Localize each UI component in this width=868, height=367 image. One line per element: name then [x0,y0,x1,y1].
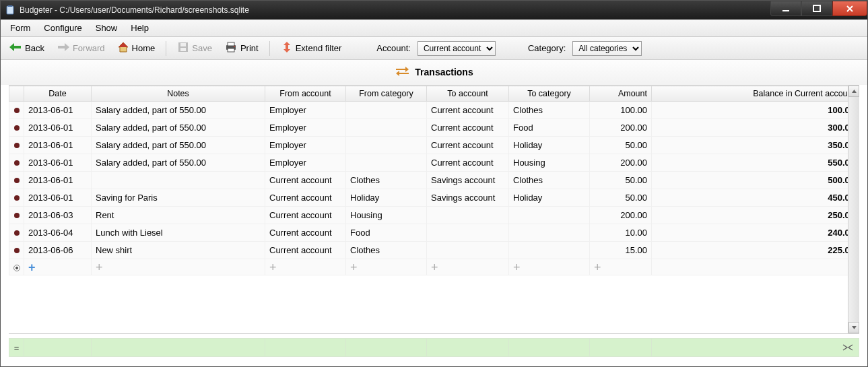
add-to-category[interactable]: + [509,259,590,275]
cell-from-category[interactable]: Clothes [346,242,427,259]
table-row[interactable]: 2013-06-03RentCurrent accountHousing200.… [9,207,859,224]
cell-balance[interactable]: 450.00 [652,189,859,207]
cell-amount[interactable]: 200.00 [590,119,652,137]
cell-to-account[interactable]: Current account [427,137,509,154]
cell-to-category[interactable]: Holiday [509,137,590,154]
cell-to-account[interactable]: Savings account [427,172,509,189]
cell-notes[interactable]: Salary added, part of 550.00 [92,102,265,119]
cell-to-account[interactable]: Current account [427,154,509,172]
cell-date[interactable]: 2013-06-01 [24,189,92,207]
cell-notes[interactable]: Rent [92,207,265,224]
cell-from-category[interactable] [346,137,427,154]
close-button[interactable] [832,1,867,16]
row-handle[interactable] [9,137,24,154]
cell-from-account[interactable]: Employer [265,102,346,119]
cell-to-category[interactable]: Holiday [509,189,590,207]
table-row[interactable]: 2013-06-01Salary added, part of 550.00Em… [9,119,859,137]
cell-balance[interactable]: 225.00 [652,242,859,259]
cell-from-category[interactable]: Food [346,224,427,242]
cell-from-category[interactable]: Housing [346,207,427,224]
maximize-button[interactable] [801,1,832,16]
cell-from-account[interactable]: Employer [265,137,346,154]
col-amount[interactable]: Amount [590,86,652,102]
cell-from-category[interactable] [346,119,427,137]
add-date[interactable]: + [24,259,92,275]
cell-notes[interactable]: Salary added, part of 550.00 [92,154,265,172]
cell-date[interactable]: 2013-06-01 [24,137,92,154]
table-row[interactable]: 2013-06-01Salary added, part of 550.00Em… [9,102,859,119]
col-to-account[interactable]: To account [427,86,509,102]
cell-to-account[interactable] [427,242,509,259]
cell-from-category[interactable] [346,154,427,172]
cell-to-account[interactable]: Current account [427,119,509,137]
cell-balance[interactable]: 550.00 [652,154,859,172]
menu-show[interactable]: Show [89,20,125,36]
vertical-scrollbar[interactable] [848,86,859,333]
cell-to-category[interactable]: Housing [509,154,590,172]
cell-to-category[interactable]: Food [509,119,590,137]
account-select[interactable]: Current account [418,41,496,56]
add-from-category[interactable]: + [346,259,427,275]
extend-filter-button[interactable]: Extend filter [278,40,345,57]
cell-amount[interactable]: 50.00 [590,172,652,189]
cell-date[interactable]: 2013-06-01 [24,119,92,137]
cell-notes[interactable]: Salary added, part of 550.00 [92,119,265,137]
cell-date[interactable]: 2013-06-06 [24,242,92,259]
table-row[interactable]: 2013-06-01Saving for ParisCurrent accoun… [9,189,859,207]
table-row[interactable]: 2013-06-04Lunch with LieselCurrent accou… [9,224,859,242]
cell-notes[interactable]: Salary added, part of 550.00 [92,137,265,154]
cell-balance[interactable]: 240.00 [652,224,859,242]
add-row[interactable]: +++++++ [9,259,859,275]
cell-to-account[interactable] [427,224,509,242]
cell-balance[interactable]: 350.00 [652,137,859,154]
cell-date[interactable]: 2013-06-04 [24,224,92,242]
cell-to-account[interactable] [427,207,509,224]
back-button[interactable]: Back [6,41,47,55]
col-balance[interactable]: Balance in Current account [652,86,859,102]
cell-amount[interactable]: 50.00 [590,189,652,207]
cell-date[interactable]: 2013-06-01 [24,154,92,172]
table-row[interactable]: 2013-06-06New shirtCurrent accountClothe… [9,242,859,259]
forward-button[interactable]: Forward [54,41,108,55]
cell-from-account[interactable]: Current account [265,242,346,259]
cell-from-account[interactable]: Current account [265,224,346,242]
table-row[interactable]: 2013-06-01Salary added, part of 550.00Em… [9,154,859,172]
cell-notes[interactable] [92,172,265,189]
cell-balance[interactable]: 250.00 [652,207,859,224]
cell-to-account[interactable]: Savings account [427,189,509,207]
cell-amount[interactable]: 200.00 [590,207,652,224]
menu-configure[interactable]: Configure [37,20,88,36]
print-button[interactable]: Print [222,40,261,57]
cell-from-category[interactable]: Clothes [346,172,427,189]
cell-from-account[interactable]: Employer [265,154,346,172]
cell-date[interactable]: 2013-06-01 [24,102,92,119]
collapse-icon[interactable] [842,342,853,353]
add-notes[interactable]: + [92,259,265,275]
category-select[interactable]: All categories [572,41,642,56]
home-button[interactable]: Home [114,40,158,57]
add-amount[interactable]: + [590,259,652,275]
menu-help[interactable]: Help [124,20,156,36]
cell-to-category[interactable] [509,207,590,224]
scroll-track[interactable] [848,97,859,322]
add-balance[interactable] [652,259,859,275]
cell-from-category[interactable]: Holiday [346,189,427,207]
cell-to-category[interactable] [509,242,590,259]
row-handle[interactable] [9,242,24,259]
row-handle[interactable] [9,102,24,119]
cell-from-account[interactable]: Current account [265,189,346,207]
cell-to-category[interactable]: Clothes [509,102,590,119]
cell-notes[interactable]: New shirt [92,242,265,259]
scroll-down-button[interactable] [848,322,859,333]
minimize-button[interactable] [770,1,801,16]
col-to-category[interactable]: To category [509,86,590,102]
cell-notes[interactable]: Saving for Paris [92,189,265,207]
row-handle[interactable] [9,189,24,207]
table-row[interactable]: 2013-06-01Current accountClothesSavings … [9,172,859,189]
cell-to-account[interactable]: Current account [427,102,509,119]
cell-balance[interactable]: 100.00 [652,102,859,119]
col-row-handle[interactable] [9,86,24,102]
cell-from-account[interactable]: Employer [265,119,346,137]
cell-from-category[interactable] [346,102,427,119]
add-to-account[interactable]: + [427,259,509,275]
